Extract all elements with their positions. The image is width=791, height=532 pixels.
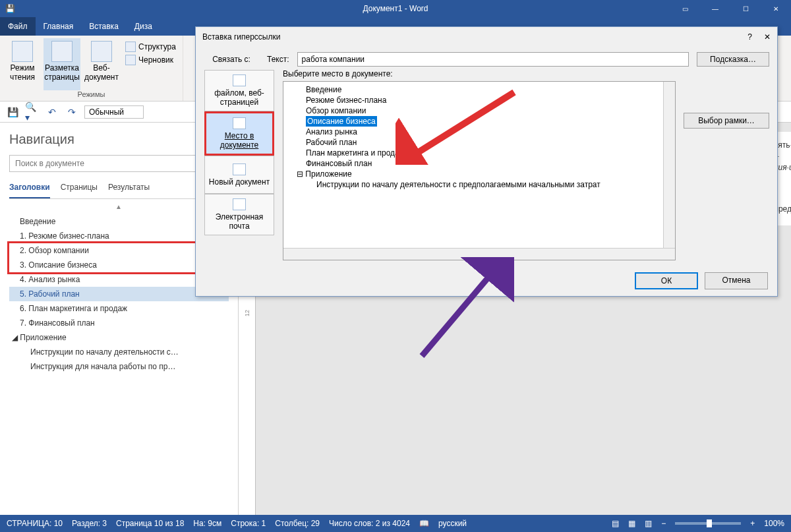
nav-item-label: Приложение	[20, 333, 66, 342]
tree-item[interactable]: Инструкции по началу деятельности с пред…	[287, 179, 671, 190]
zoom-out-icon[interactable]: −	[661, 519, 666, 528]
link-type-label: Место в документе	[209, 131, 270, 150]
nav-item[interactable]: 7. Финансовый план	[9, 316, 229, 330]
ok-button[interactable]: ОК	[635, 272, 698, 289]
outline-label: Структура	[138, 42, 176, 51]
view-print-icon[interactable]: ▦	[628, 519, 635, 528]
style-selector[interactable]: Обычный	[84, 105, 144, 119]
annotation-red-arrow	[396, 86, 527, 165]
maximize-icon[interactable]: ☐	[730, 0, 761, 17]
read-mode-icon	[12, 41, 33, 62]
link-type-label: Электронная почта	[208, 212, 271, 231]
tab-insert[interactable]: Вставка	[81, 17, 127, 36]
zoom-in-icon[interactable]: +	[750, 519, 755, 528]
title-text: Документ1 - Word	[363, 4, 428, 13]
tab-file[interactable]: Файл	[0, 17, 36, 36]
undo-icon[interactable]: ↶	[45, 105, 59, 119]
link-with-label: Связать с:	[204, 55, 259, 64]
view-web-icon[interactable]: ▥	[645, 519, 652, 528]
web-layout-button[interactable]: Веб-документ	[83, 38, 120, 90]
window-controls: ▭ — ☐ ✕	[670, 0, 791, 17]
link-type-newdoc[interactable]: Новый документ	[204, 156, 274, 194]
text-label: Текст:	[267, 55, 289, 64]
nav-item[interactable]: Инструкция для начала работы по пр…	[9, 359, 229, 374]
place-in-doc-icon	[233, 117, 246, 129]
draft-icon	[125, 55, 136, 65]
minimize-icon[interactable]: —	[700, 0, 730, 17]
web-layout-label: Веб-документ	[83, 63, 120, 82]
print-layout-label: Разметка страницы	[44, 63, 80, 82]
status-page[interactable]: СТРАНИЦА: 10	[7, 519, 63, 528]
status-lang[interactable]: русский	[438, 519, 467, 528]
tree-label: Выберите место в документе:	[283, 69, 676, 81]
link-type-place[interactable]: Место в документе	[204, 111, 274, 156]
redo-icon[interactable]: ↷	[65, 105, 79, 119]
status-spellcheck-icon[interactable]: 📖	[419, 519, 429, 528]
link-type-label: Новый документ	[209, 177, 270, 187]
draft-label: Черновик	[138, 55, 173, 65]
cancel-button[interactable]: Отмена	[705, 272, 768, 289]
link-type-list: файлом, веб-страницей Место в документе …	[204, 69, 275, 260]
status-page-of[interactable]: Страница 10 из 18	[116, 519, 184, 528]
tab-design[interactable]: Диза	[127, 17, 160, 36]
annotation-purple-arrow	[382, 257, 514, 363]
display-text-input[interactable]	[297, 52, 689, 67]
file-web-icon	[233, 74, 246, 86]
tree-vscrollbar[interactable]	[663, 82, 675, 248]
outline-icon	[125, 42, 136, 52]
status-col[interactable]: Столбец: 29	[275, 519, 320, 528]
nav-tab-headings[interactable]: Заголовки	[9, 180, 50, 198]
svg-line-1	[422, 270, 494, 356]
print-layout-button[interactable]: Разметка страницы	[44, 38, 80, 90]
find-dropdown-icon[interactable]: 🔍▾	[25, 105, 40, 119]
link-type-file[interactable]: файлом, веб-страницей	[204, 70, 274, 111]
link-type-email[interactable]: Электронная почта	[204, 194, 274, 235]
email-icon	[233, 198, 246, 210]
dialog-titlebar: Вставка гиперссылки ? ✕	[196, 27, 777, 47]
view-read-icon[interactable]: ▤	[612, 519, 619, 528]
target-frame-button[interactable]: Выбор рамки…	[684, 113, 769, 129]
status-at[interactable]: На: 9см	[193, 519, 221, 528]
print-layout-icon	[51, 41, 73, 62]
new-doc-icon	[233, 163, 246, 175]
nav-tab-results[interactable]: Результаты	[108, 180, 150, 198]
status-words[interactable]: Число слов: 2 из 4024	[329, 519, 410, 528]
nav-tab-pages[interactable]: Страницы	[61, 180, 98, 198]
close-icon[interactable]: ✕	[761, 0, 791, 17]
nav-item[interactable]: Инструкции по началу деятельности с…	[9, 345, 229, 359]
ribbon-group-views: Режим чтения Разметка страницы Веб-докум…	[0, 36, 183, 101]
title-bar: 💾 Документ1 - Word ▭ — ☐ ✕	[0, 0, 791, 17]
svg-line-0	[409, 92, 514, 158]
nav-item[interactable]: ◢ Приложение	[9, 330, 229, 345]
dialog-title-text: Вставка гиперссылки	[202, 32, 280, 42]
dialog-help-icon[interactable]: ?	[747, 32, 752, 42]
status-section[interactable]: Раздел: 3	[72, 519, 107, 528]
link-type-label: файлом, веб-страницей	[208, 88, 271, 107]
dialog-close-icon[interactable]: ✕	[764, 32, 771, 42]
screentip-button[interactable]: Подсказка…	[697, 52, 769, 67]
draft-button[interactable]: Черновик	[123, 54, 179, 66]
tree-item-label: Приложение	[305, 169, 351, 179]
tree-item-expandable[interactable]: ⊟ Приложение	[287, 169, 671, 179]
save-icon[interactable]: 💾	[5, 105, 20, 119]
zoom-value[interactable]: 100%	[764, 519, 784, 528]
save-icon[interactable]: 💾	[5, 4, 15, 13]
web-layout-icon	[91, 41, 112, 62]
zoom-slider[interactable]	[675, 522, 741, 525]
read-mode-label: Режим чтения	[4, 63, 41, 82]
status-bar: СТРАНИЦА: 10 Раздел: 3 Страница 10 из 18…	[0, 515, 791, 532]
qat-left: 💾	[5, 0, 15, 17]
read-mode-button[interactable]: Режим чтения	[4, 38, 41, 90]
tree-item-label: Описание бизнеса	[306, 116, 377, 127]
outline-button[interactable]: Структура	[123, 41, 179, 53]
status-line[interactable]: Строка: 1	[231, 519, 266, 528]
tab-home[interactable]: Главная	[36, 17, 82, 36]
group-label-views: Режимы	[4, 90, 179, 98]
ribbon-opts-icon[interactable]: ▭	[670, 0, 700, 17]
nav-item[interactable]: 6. План маркетинга и продаж	[9, 301, 229, 316]
